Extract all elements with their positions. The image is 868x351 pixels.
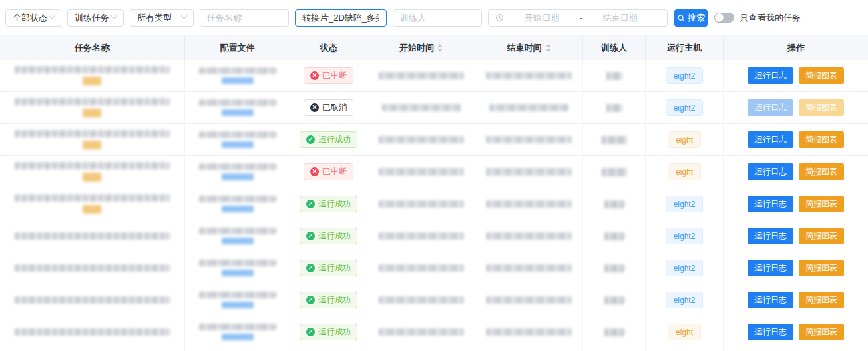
my-tasks-toggle[interactable] — [714, 13, 734, 23]
run-log-button[interactable]: 运行日志 — [748, 324, 793, 340]
trainer-cell — [583, 284, 646, 316]
config-file-cell — [185, 284, 290, 316]
report-chart-button[interactable]: 简报图表 — [799, 260, 844, 276]
search-icon — [677, 14, 685, 22]
table-row: ✓ 运行成功 eight2 运行日志 简报图表 — [0, 284, 868, 316]
status-cell: ✓ 运行成功 — [290, 252, 367, 284]
run-log-button[interactable]: 运行日志 — [748, 260, 793, 276]
report-chart-button[interactable]: 简报图表 — [799, 228, 844, 244]
run-log-button[interactable]: 运行日志 — [748, 67, 793, 84]
config-file-cell — [185, 92, 290, 123]
model-search-input[interactable] — [295, 9, 387, 27]
report-chart-button[interactable]: 简报图表 — [799, 99, 844, 116]
config-link-redacted[interactable] — [222, 238, 254, 244]
config-link-redacted[interactable] — [222, 173, 254, 180]
run-log-button[interactable]: 运行日志 — [748, 163, 793, 180]
task-name-redacted — [15, 162, 170, 169]
end-time-cell — [475, 124, 583, 155]
run-log-button[interactable]: 运行日志 — [748, 228, 793, 244]
config-file-redacted — [199, 163, 276, 170]
config-link-redacted[interactable] — [222, 141, 254, 148]
end-time-redacted — [486, 232, 572, 240]
category-select[interactable]: 所有类型 — [130, 9, 194, 27]
task-tag-redacted — [83, 77, 101, 85]
run-log-button[interactable]: 运行日志 — [748, 99, 793, 116]
status-cell: ✕ 已取消 — [290, 92, 367, 123]
config-link-redacted[interactable] — [222, 109, 254, 116]
task-name-cell — [0, 156, 185, 188]
host-cell: eight2 — [646, 92, 724, 123]
end-time-redacted — [489, 104, 568, 111]
trainer-redacted — [604, 296, 624, 304]
trainer-redacted — [606, 104, 622, 112]
task-name-cell — [0, 124, 185, 155]
table-row: ✓ 运行成功 eight2 运行日志 简报图表 — [0, 220, 868, 252]
end-time-cell — [475, 60, 583, 91]
config-link-redacted[interactable] — [222, 270, 254, 276]
start-time-redacted — [382, 104, 461, 111]
config-link-redacted[interactable] — [222, 302, 254, 308]
task-name-input[interactable] — [200, 9, 289, 27]
config-link-redacted[interactable] — [222, 206, 254, 212]
status-icon: ✓ — [306, 296, 315, 304]
report-chart-button[interactable]: 简报图表 — [799, 324, 844, 340]
tasks-table: 任务名称 配置文件 状态 开始时间 结束时间 训练人 运行主机 操作 ✕ 已中断 — [0, 35, 868, 351]
config-file-redacted — [199, 196, 276, 202]
status-icon: ✓ — [306, 135, 315, 144]
end-time-cell — [475, 188, 583, 220]
config-link-redacted[interactable] — [222, 334, 254, 340]
report-chart-button[interactable]: 简报图表 — [799, 196, 844, 212]
task-name-redacted — [15, 296, 170, 304]
report-chart-button[interactable]: 简报图表 — [799, 163, 844, 180]
column-header-end-time[interactable]: 结束时间 — [475, 35, 583, 60]
report-chart-button[interactable]: 简报图表 — [799, 131, 844, 148]
date-range-picker[interactable]: 开始日期 - 结束日期 — [488, 9, 668, 27]
config-file-redacted — [199, 260, 276, 266]
trainer-input[interactable] — [393, 9, 482, 27]
host-cell: eight2 — [646, 284, 724, 316]
search-button[interactable]: 搜索 — [674, 9, 708, 27]
task-name-redacted — [15, 194, 170, 202]
column-header-status: 状态 — [290, 35, 367, 60]
trainer-cell — [583, 220, 646, 252]
host-badge: eight2 — [666, 260, 704, 276]
status-icon: ✓ — [306, 200, 315, 208]
status-label: 已中断 — [322, 166, 347, 178]
status-select[interactable]: 全部状态 — [5, 9, 61, 27]
report-chart-button[interactable]: 简报图表 — [799, 67, 844, 84]
host-cell: eight — [646, 124, 724, 155]
toggle-knob — [715, 13, 724, 22]
column-header-start-time[interactable]: 开始时间 — [367, 35, 475, 60]
trainer-redacted — [604, 200, 624, 208]
start-time-cell — [367, 316, 475, 348]
status-label: 运行成功 — [318, 230, 351, 242]
status-label: 运行成功 — [318, 134, 351, 145]
sort-icon[interactable] — [546, 44, 551, 52]
task-name-redacted — [15, 130, 170, 137]
config-file-cell — [185, 124, 290, 155]
end-time-cell — [475, 92, 583, 123]
start-time-cell — [367, 284, 475, 316]
status-cell: ✓ 运行成功 — [290, 284, 367, 316]
run-log-button[interactable]: 运行日志 — [748, 196, 793, 212]
task-tag-redacted — [83, 205, 101, 214]
end-time-cell — [475, 252, 583, 284]
report-chart-button[interactable]: 简报图表 — [799, 292, 844, 308]
table-row: ✓ 运行成功 eight 运行日志 简报图表 — [0, 316, 868, 348]
actions-cell: 运行日志 简报图表 — [724, 252, 868, 284]
trainer-cell — [583, 60, 646, 91]
trainer-redacted — [604, 328, 624, 336]
table-body: ✕ 已中断 eight2 运行日志 简报图表 — [0, 60, 868, 348]
start-time-cell — [367, 220, 475, 252]
task-type-select[interactable]: 训练任务 — [67, 9, 124, 27]
run-log-button[interactable]: 运行日志 — [748, 131, 793, 148]
sort-icon[interactable] — [437, 44, 443, 52]
trainer-redacted — [604, 232, 624, 240]
status-label: 已中断 — [322, 70, 347, 81]
actions-cell: 运行日志 简报图表 — [724, 188, 868, 220]
config-link-redacted[interactable] — [222, 77, 254, 84]
task-name-redacted — [15, 328, 170, 336]
filter-bar: 全部状态 训练任务 所有类型 开始日期 - 结束日期 搜索 只查看我的任务 — [0, 0, 868, 35]
config-file-redacted — [199, 228, 276, 234]
run-log-button[interactable]: 运行日志 — [748, 292, 793, 308]
